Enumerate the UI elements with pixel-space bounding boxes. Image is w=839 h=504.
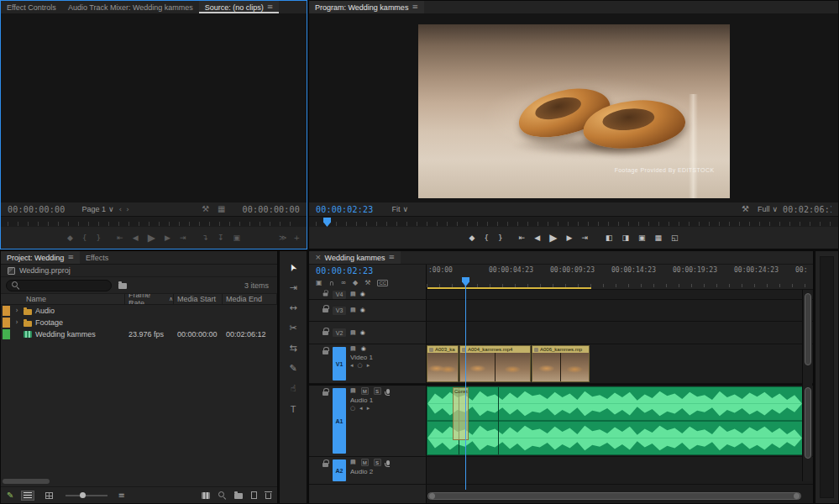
go-to-out-icon[interactable]: ⇥ — [180, 234, 186, 242]
track-output-icon[interactable]: ◉ — [360, 291, 365, 297]
sync-lock-icon[interactable]: ▤ — [350, 307, 356, 313]
mark-in-icon[interactable]: { — [484, 234, 489, 242]
project-file-name[interactable]: Wedding.prproj — [19, 266, 71, 275]
sync-lock-icon[interactable]: ▤ — [350, 291, 356, 297]
lock-icon[interactable] — [322, 391, 328, 396]
project-row-footage[interactable]: ›Footage — [1, 317, 277, 328]
add-marker-icon[interactable]: ◆ — [67, 234, 73, 242]
program-scrubber[interactable] — [309, 216, 838, 227]
step-forward-icon[interactable]: ▶ — [165, 234, 170, 242]
timeline-hscrollbar[interactable] — [427, 492, 801, 500]
icon-view-button[interactable] — [42, 491, 55, 501]
track-target-a2[interactable]: A2 — [333, 459, 346, 481]
automate-to-sequence-icon[interactable] — [202, 492, 210, 499]
zoom-slider-knob[interactable] — [80, 492, 86, 498]
go-to-in-icon[interactable]: ⇤ — [519, 234, 526, 242]
tab-audio-track-mixer[interactable]: Audio Track Mixer: Wedding kammes — [62, 1, 199, 13]
twirl-icon[interactable]: › — [13, 307, 20, 314]
go-to-out-icon[interactable]: ⇥ — [581, 234, 588, 242]
lock-icon[interactable] — [322, 308, 328, 312]
delete-icon[interactable] — [265, 493, 271, 499]
tab-program[interactable]: Program: Wedding kammes≡ — [309, 1, 424, 13]
list-view-button[interactable] — [21, 491, 34, 501]
project-row-sequence[interactable]: Wedding kammes 23.976 fps 00:00:00:00 00… — [1, 328, 277, 340]
track-target-v1[interactable]: V1 — [333, 347, 346, 381]
step-forward-icon[interactable]: ▶ — [567, 234, 573, 242]
timeline-timecode[interactable]: 00:00:02:23 — [316, 266, 373, 276]
timeline-video-clip[interactable]: A004_kammes.mp4 — [459, 345, 531, 382]
add-marker-icon[interactable]: ◆ — [469, 234, 475, 242]
column-frame-rate[interactable]: Frame Rate∧ — [125, 294, 174, 304]
mark-out-icon[interactable]: } — [498, 234, 503, 242]
prev-page-icon[interactable]: ‹ — [119, 206, 123, 213]
column-media-end[interactable]: Media End — [223, 294, 277, 304]
page-select[interactable]: Page 1∨ — [81, 205, 113, 213]
comparison-view-icon[interactable]: ▦ — [655, 234, 663, 242]
lock-icon[interactable] — [323, 293, 328, 297]
linked-selection-icon[interactable]: ∞ — [340, 280, 346, 286]
project-row-audio[interactable]: ›Audio — [1, 305, 277, 317]
find-icon[interactable] — [218, 491, 226, 499]
step-back-icon[interactable]: ◀ — [133, 234, 139, 242]
tab-effect-controls[interactable]: Effect Controls — [1, 1, 62, 13]
pen-tool[interactable]: ✎ — [284, 360, 302, 376]
nest-toggle-icon[interactable]: ▣ — [316, 280, 322, 286]
play-icon[interactable]: ▶ — [148, 233, 155, 243]
timeline-settings-icon[interactable]: ⚒ — [364, 280, 370, 286]
panel-menu-icon[interactable]: ≡ — [267, 3, 274, 11]
overflow-icon[interactable]: ≫ — [279, 234, 286, 242]
multi-camera-icon[interactable]: ◱ — [671, 234, 679, 242]
voiceover-record-icon[interactable] — [386, 460, 390, 465]
item-name[interactable]: Audio — [35, 307, 55, 315]
export-frame-icon[interactable]: ▣ — [638, 234, 646, 242]
lock-icon[interactable] — [322, 350, 328, 354]
type-tool[interactable]: T — [284, 401, 302, 417]
tab-sequence[interactable]: × Wedding kammes ≡ — [309, 251, 401, 264]
extract-icon[interactable]: ◨ — [622, 234, 630, 242]
settings-icon[interactable]: ⚒ — [742, 205, 749, 213]
mark-in-icon[interactable]: { — [82, 234, 87, 242]
overwrite-icon[interactable]: ↧ — [218, 234, 224, 242]
mute-button[interactable]: M — [361, 387, 369, 395]
razor-tool[interactable]: ✂ — [284, 320, 302, 336]
zoom-slider[interactable] — [66, 495, 107, 496]
next-keyframe-icon[interactable]: ▸ — [367, 363, 370, 369]
sync-lock-icon[interactable]: ▤ — [350, 388, 356, 394]
track-target-v4[interactable]: V4 — [333, 291, 346, 299]
track-select-tool[interactable]: ⇥ — [284, 280, 302, 296]
prev-keyframe-icon[interactable]: ◂ — [359, 406, 363, 412]
next-keyframe-icon[interactable]: ▸ — [367, 406, 370, 412]
item-name[interactable]: Footage — [35, 318, 63, 327]
track-name[interactable]: Video 1 — [350, 354, 373, 361]
track-name[interactable]: Audio 2 — [350, 468, 390, 475]
captions-icon[interactable]: CC — [377, 280, 388, 286]
close-icon[interactable]: × — [315, 254, 322, 261]
track-lane-v2[interactable] — [427, 322, 813, 344]
insert-icon[interactable]: ↴ — [202, 234, 208, 242]
panel-menu-icon[interactable]: ≡ — [67, 254, 74, 261]
play-icon[interactable]: ▶ — [549, 233, 557, 243]
timeline-vscrollbar[interactable] — [802, 290, 812, 481]
add-marker-icon[interactable]: ◆ — [353, 280, 358, 286]
timeline-ruler[interactable]: :00:00 00:00:04:23 00:00:09:23 00:00:14:… — [427, 265, 813, 290]
fit-select[interactable]: Fit∨ — [391, 205, 408, 213]
project-hscrollbar[interactable] — [3, 479, 50, 484]
voiceover-record-icon[interactable] — [386, 389, 390, 394]
filter-bin-icon[interactable] — [118, 283, 127, 289]
label-color-chip[interactable] — [3, 329, 10, 339]
twirl-icon[interactable]: › — [13, 319, 20, 326]
lock-icon[interactable] — [322, 331, 328, 335]
hand-tool[interactable]: ☝ — [284, 381, 302, 396]
track-lane-v1[interactable]: A003_ka A004_kammes.mp4 A006_kammes.mp — [427, 344, 813, 383]
track-output-icon[interactable]: ◉ — [360, 330, 365, 336]
item-name[interactable]: Wedding kammes — [35, 330, 96, 339]
track-target-v3[interactable]: V3 — [333, 307, 346, 315]
mark-out-icon[interactable]: } — [97, 234, 102, 242]
timeline-video-clip[interactable]: A003_ka — [427, 345, 459, 382]
audio-crossfade-transition[interactable]: Const — [453, 387, 469, 440]
track-lane-a1[interactable]: Const — [427, 386, 813, 456]
track-lane-v3[interactable] — [427, 300, 813, 321]
sync-lock-icon[interactable]: ▤ — [350, 459, 356, 465]
selection-tool[interactable]: ➤ — [284, 260, 302, 276]
track-target-a1[interactable]: A1 — [333, 388, 346, 454]
